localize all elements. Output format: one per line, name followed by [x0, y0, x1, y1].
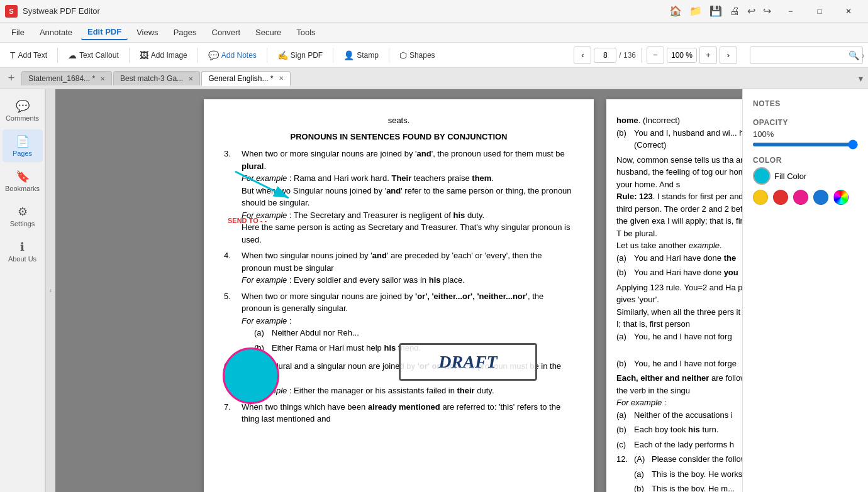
color-label: COLOR	[753, 156, 858, 165]
sidebar: 💬 Comments 📄 Pages 🔖 Bookmarks ⚙ Setting…	[0, 89, 45, 492]
redo-icon[interactable]: ↪	[763, 5, 771, 17]
page-navigation: ‹ / 136 − + › 🔍 ›	[574, 46, 863, 64]
maximize-button[interactable]: □	[805, 0, 834, 23]
shapes-button[interactable]: ⬡ Shapes	[394, 48, 440, 63]
save-icon[interactable]: 💾	[709, 5, 722, 17]
sign-pdf-button[interactable]: ✍ Sign PDF	[272, 48, 328, 63]
titlebar: S Systweak PDF Editor 🏠 📁 💾 🖨 ↩ ↪ − □ ✕	[0, 0, 868, 23]
tab-close-button[interactable]: ✕	[188, 75, 193, 82]
settings-icon: ⚙	[18, 205, 28, 219]
tab-bestmatch[interactable]: Best match-3 Ga... ✕	[113, 71, 200, 85]
tab-overflow-button[interactable]: ▾	[856, 71, 865, 86]
sidebar-expander[interactable]: ‹	[45, 89, 55, 492]
pdf-page-container: seats. PRONOUNS IN SENTENCES FOUND BY CO…	[204, 99, 594, 482]
shapes-icon: ⬡	[399, 50, 407, 60]
add-image-button[interactable]: 🖼 Add Image	[135, 48, 192, 63]
tab-statement[interactable]: Statement_1684... * ✕	[21, 71, 112, 85]
pdf-heading: PRONOUNS IN SENTENCES FOUND BY CONJUNCTI…	[224, 131, 574, 143]
open-icon[interactable]: 📁	[689, 5, 702, 17]
app-title: Systweak PDF Editor	[23, 6, 664, 16]
text-callout-icon: ☁	[68, 50, 77, 60]
toolbar-separator-5	[333, 48, 333, 63]
comments-icon: 💬	[16, 99, 30, 113]
menu-annotate[interactable]: Annotate	[33, 25, 79, 40]
sidebar-item-about[interactable]: ℹ About Us	[3, 235, 43, 268]
pages-icon: 📄	[16, 134, 30, 148]
add-image-icon: 🖼	[140, 50, 148, 60]
sidebar-item-label: Bookmarks	[5, 185, 40, 192]
swatch-pink[interactable]	[793, 190, 808, 205]
opacity-label: OPACITY	[753, 118, 858, 127]
stamp-button[interactable]: 👤 Stamp	[338, 48, 384, 63]
window-controls: − □ ✕	[776, 0, 863, 23]
pdf-area[interactable]: seats. PRONOUNS IN SENTENCES FOUND BY CO…	[55, 89, 742, 492]
sign-pdf-icon: ✍	[277, 50, 288, 60]
toolbar: T Add Text ☁ Text Callout 🖼 Add Image 💬 …	[0, 43, 868, 68]
minimize-button[interactable]: −	[776, 0, 805, 23]
add-text-icon: T	[10, 50, 16, 60]
menu-secure[interactable]: Secure	[249, 25, 287, 40]
tab-close-button[interactable]: ✕	[279, 75, 284, 82]
tab-english[interactable]: General English... * ✕	[201, 71, 290, 86]
menu-tools[interactable]: Tools	[290, 25, 321, 40]
search-bar: 🔍 ›	[750, 46, 863, 64]
titlebar-icons: 🏠 📁 💾 🖨 ↩ ↪	[669, 5, 771, 17]
sidebar-item-settings[interactable]: ⚙ Settings	[3, 200, 43, 232]
menu-edit-pdf[interactable]: Edit PDF	[81, 25, 128, 40]
menu-views[interactable]: Views	[130, 25, 164, 40]
sidebar-item-bookmarks[interactable]: 🔖 Bookmarks	[3, 165, 43, 197]
swatch-yellow[interactable]	[753, 190, 768, 205]
toolbar-separator	[57, 48, 58, 63]
fill-color-button[interactable]	[753, 167, 771, 185]
pdf-item-6: 6. When a plural and a singular noun are…	[224, 360, 574, 397]
menu-convert[interactable]: Convert	[206, 25, 247, 40]
zoom-in-button[interactable]: +	[699, 46, 717, 64]
bookmarks-icon: 🔖	[16, 170, 30, 183]
search-input[interactable]	[754, 51, 849, 60]
add-text-button[interactable]: T Add Text	[5, 48, 52, 63]
color-swatches	[753, 190, 858, 205]
next-page-button[interactable]: ›	[720, 46, 737, 64]
pdf-right-column: home. (Incorrect) (b) You and I, husband…	[606, 99, 742, 492]
menu-pages[interactable]: Pages	[167, 25, 203, 40]
search-icon[interactable]: 🔍	[849, 50, 859, 60]
text-callout-button[interactable]: ☁ Text Callout	[63, 48, 124, 63]
tabbar: + Statement_1684... * ✕ Best match-3 Ga.…	[0, 68, 868, 89]
sidebar-item-label: About Us	[8, 255, 36, 263]
tab-label: General English... *	[208, 74, 273, 83]
prev-page-button[interactable]: ‹	[574, 46, 591, 64]
sidebar-item-label: Pages	[13, 150, 32, 157]
sidebar-item-comments[interactable]: 💬 Comments	[3, 94, 43, 127]
fill-color-row: Fill Color	[753, 167, 858, 185]
tab-close-button[interactable]: ✕	[100, 75, 105, 82]
opacity-slider[interactable]	[753, 143, 858, 146]
add-tab-button[interactable]: +	[3, 70, 20, 87]
print-icon[interactable]: 🖨	[730, 6, 740, 17]
home-icon[interactable]: 🏠	[669, 5, 682, 17]
app-logo: S	[5, 5, 18, 18]
opacity-value: 100%	[753, 129, 858, 139]
add-notes-button[interactable]: 💬 Add Notes	[203, 48, 262, 63]
color-section: COLOR Fill Color	[753, 156, 858, 205]
sidebar-item-label: Comments	[6, 114, 39, 122]
about-icon: ℹ	[20, 240, 25, 254]
fill-color-label: Fill Color	[774, 172, 806, 181]
close-button[interactable]: ✕	[834, 0, 863, 23]
menubar: File Annotate Edit PDF Views Pages Conve…	[0, 23, 868, 43]
swatch-rainbow[interactable]	[833, 190, 849, 205]
swatch-blue[interactable]	[813, 190, 828, 205]
sidebar-item-label: Settings	[10, 220, 35, 227]
undo-icon[interactable]: ↩	[747, 5, 755, 17]
pdf-page: seats. PRONOUNS IN SENTENCES FOUND BY CO…	[204, 99, 594, 492]
pdf-item-3: 3. When two or more singular nouns are j…	[224, 148, 574, 246]
notes-title: NOTES	[753, 99, 858, 108]
page-number-input[interactable]	[594, 48, 616, 63]
swatch-red[interactable]	[773, 190, 788, 205]
search-next-icon[interactable]: ›	[862, 50, 865, 60]
menu-file[interactable]: File	[5, 25, 31, 40]
zoom-out-button[interactable]: −	[647, 46, 664, 64]
sidebar-item-pages[interactable]: 📄 Pages	[3, 129, 43, 162]
zoom-input[interactable]	[667, 48, 697, 63]
main-area: 💬 Comments 📄 Pages 🔖 Bookmarks ⚙ Setting…	[0, 89, 868, 492]
toolbar-separator-2	[129, 48, 130, 63]
